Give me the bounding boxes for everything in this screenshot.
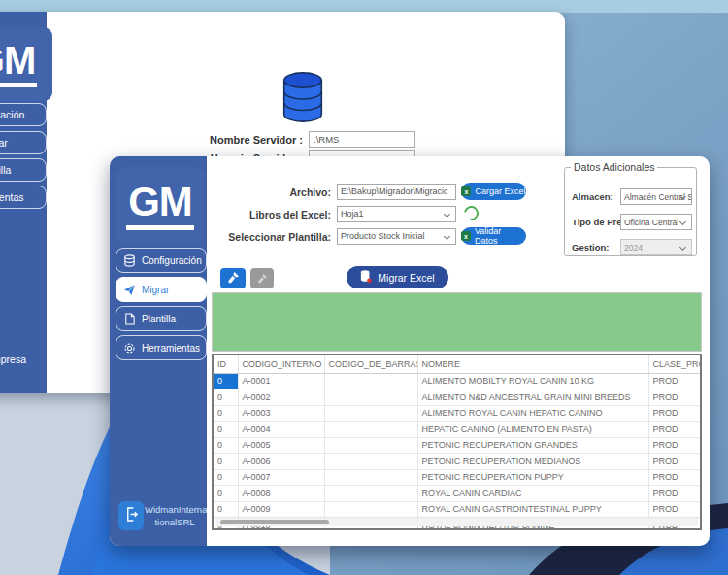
table-cell[interactable]: A-0008 [238,486,324,502]
table-cell[interactable]: PROD [648,454,700,470]
table-cell[interactable]: A-0003 [238,405,324,422]
sidebar-item-herramientas[interactable]: Herramientas [116,335,207,360]
column-header[interactable]: CLASE_PROD [648,355,700,373]
tipo-precio-select[interactable]: Oficina Central [620,214,692,230]
table-cell[interactable]: 0 [214,389,238,406]
table-cell[interactable]: 0 [214,437,238,454]
libros-value: Hoja1 [341,209,364,219]
results-table-container: IDCODIGO_INTERNOCODIGO_DE_BARRASNOMBRECL… [212,354,702,530]
table-cell[interactable]: PETONIC RECUPERATION GRANDES [417,437,648,454]
table-row: 0A-0007PETONIC RECUPERATION PUPPYPROD [214,469,700,486]
table-cell[interactable]: A-0002 [238,389,324,406]
libros-select[interactable]: Hoja1 [337,206,456,222]
gm-logo-text: GM [126,182,194,230]
document-icon [123,313,136,325]
desktop: GM Configuración Migrar Plantilla Herram… [0,0,728,575]
horizontal-scrollbar[interactable] [215,518,698,526]
table-cell[interactable]: PETONIC RECUPERATION MEDIANOS [417,454,648,470]
company-line2: tionalSRL [145,517,205,529]
sidebar-item-label: Migrar [0,137,8,149]
chevron-down-icon [444,233,450,240]
paper-plane-icon [123,284,136,296]
table-cell[interactable] [324,454,417,470]
column-header[interactable]: NOMBRE [417,355,648,373]
server-name-input[interactable]: .\RMS [309,131,415,148]
back-sidebar-item-herramientas[interactable]: Herramientas [0,186,47,209]
table-cell[interactable]: A-0005 [238,437,324,454]
table-cell[interactable] [324,486,417,502]
plantilla-label: Seleccionar Plantilla: [207,231,331,243]
gestion-value: 2024 [624,243,643,253]
sidebar-item-label: Herramientas [0,191,24,203]
table-cell[interactable] [324,501,417,518]
table-cell[interactable]: PROD [648,469,700,486]
table-cell[interactable] [324,405,417,422]
column-header[interactable]: CODIGO_INTERNO [238,355,324,373]
table-cell[interactable]: PROD [648,405,700,422]
table-cell[interactable]: PROD [648,373,700,389]
table-cell[interactable] [324,437,417,454]
back-sidebar-item-configuracion[interactable]: Configuración [0,103,47,126]
table-cell[interactable]: ROYAL CANIN CARDIAC [417,486,648,502]
back-company-label: Empresa [0,354,60,365]
logout-button[interactable] [118,501,144,530]
table-cell[interactable]: PROD [648,422,700,438]
table-cell[interactable]: PROD [648,501,700,518]
table-row: 0A-0003ALIMENTO ROYAL CANIN HEPATIC CANI… [214,405,700,422]
table-cell[interactable] [324,373,417,389]
table-cell[interactable]: PROD [648,486,700,502]
front-window: GM Configuración Migrar [110,156,710,546]
table-cell[interactable]: A-0001 [238,373,324,389]
column-header[interactable]: CODIGO_DE_BARRAS [324,355,417,373]
table-cell[interactable] [324,389,417,406]
table-cell[interactable]: PROD [648,437,700,454]
table-cell[interactable]: A-0006 [238,454,324,470]
table-cell[interactable]: ALIMENTO N&D ANCESTRAL GRAIN MINI BREEDS [417,389,648,406]
table-cell[interactable]: A-0009 [238,501,324,518]
cargar-excel-button[interactable]: x Cargar Excel [461,183,526,200]
table-cell[interactable]: 0 [214,486,238,502]
sidebar-item-label: Plantilla [142,314,176,324]
table-cell[interactable]: PROD [648,389,700,406]
chevron-down-icon [679,219,686,225]
table-cell[interactable]: 0 [214,373,238,389]
progress-panel [212,292,702,352]
migrar-excel-button[interactable]: Migrar Excel [347,266,448,288]
column-header[interactable]: ID [214,355,238,373]
table-cell[interactable]: ROYAL CANIN GASTROINTESTINAL PUPPY [417,501,648,518]
table-cell[interactable]: HEPATIC CANINO (ALIMENTO EN PASTA) [417,422,648,438]
company-name: WidmanInterna tionalSRL [145,504,205,529]
chevron-down-icon [444,211,450,218]
table-cell[interactable] [324,469,417,486]
scrollbar-thumb[interactable] [220,520,329,524]
table-cell[interactable]: 0 [214,469,238,486]
sidebar-item-migrar[interactable]: Migrar [116,277,207,302]
table-cell[interactable]: 0 [214,405,238,422]
back-sidebar-item-migrar[interactable]: Migrar [0,131,47,154]
sidebar-item-label: Plantilla [0,164,11,176]
sidebar-item-plantilla[interactable]: Plantilla [116,306,207,331]
archivo-input[interactable]: E:\Bakup\Migrador\Migracic [337,184,456,200]
table-cell[interactable]: A-0004 [238,422,324,438]
table-cell[interactable]: ALIMENTO ROYAL CANIN HEPATIC CANINO [417,405,648,422]
table-cell[interactable]: ALIMENTO MOBILTY ROYAL CANIN 10 KG [417,373,648,389]
table-row: 0A-0008ROYAL CANIN CARDIACPROD [214,486,700,502]
table-cell[interactable]: 0 [214,454,238,470]
excel-icon: x [461,231,471,241]
sidebar-item-configuracion[interactable]: Configuración [116,248,207,273]
table-cell[interactable]: 0 [214,501,238,518]
database-icon [123,254,136,267]
plantilla-select[interactable]: Producto Stock Inicial [337,228,456,245]
excel-icon: x [461,186,471,196]
table-cell[interactable]: 0 [214,422,238,438]
table-cell[interactable] [324,422,417,438]
database-icon [275,69,331,125]
refresh-icon[interactable] [461,203,481,223]
broom-icon [227,270,240,288]
back-sidebar-item-plantilla[interactable]: Plantilla [0,158,47,182]
clean-button[interactable] [220,268,246,288]
table-cell[interactable]: A-0007 [238,469,324,486]
validar-datos-button[interactable]: x Validar Datos [461,227,526,245]
table-cell[interactable]: PETONIC RECUPERATION PUPPY [417,469,648,486]
almacen-select[interactable]: Almacén Central S [620,188,692,205]
